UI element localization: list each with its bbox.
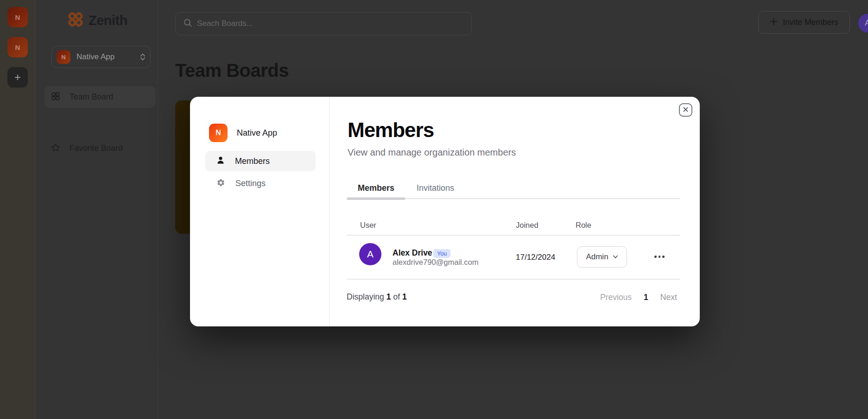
workspace-tile: N <box>209 124 228 142</box>
sidebar-item-favorite-board[interactable]: Favorite Board <box>44 138 156 159</box>
sidebar: Zenith N Native App Team Board Favori <box>35 0 158 419</box>
page-title: Team Boards <box>175 60 289 81</box>
displaying-count: Displaying 1 of 1 <box>347 292 407 302</box>
pagination: Previous 1 Next <box>600 293 677 302</box>
close-button[interactable] <box>679 103 692 117</box>
dot <box>654 256 657 258</box>
role-select[interactable]: Admin <box>577 246 627 268</box>
user-avatar[interactable]: A <box>858 14 868 32</box>
plus-icon <box>770 18 778 28</box>
displaying-of: of <box>393 292 400 302</box>
displaying-total: 1 <box>402 292 407 302</box>
members-modal: N Native App Members Settings <box>190 97 700 326</box>
modal-title: Members <box>348 119 434 142</box>
row-divider <box>347 279 680 280</box>
sidebar-item-team-board[interactable]: Team Board <box>44 86 156 108</box>
next-page-button[interactable]: Next <box>660 293 677 302</box>
member-name: Alex Drive <box>393 248 432 258</box>
modal-workspace: N Native App <box>209 124 277 142</box>
member-email: alexdrive790@gmail.com <box>393 258 479 267</box>
displaying-current: 1 <box>386 292 391 302</box>
member-joined-date: 17/12/2024 <box>516 253 555 262</box>
modal-nav-label: Members <box>235 156 270 166</box>
search-icon <box>183 18 192 29</box>
workspace-rail: N N + <box>0 0 35 419</box>
tab-invitations[interactable]: Invitations <box>405 178 465 199</box>
page-number[interactable]: 1 <box>644 293 648 302</box>
rail-workspace-1[interactable]: N <box>7 7 28 27</box>
invite-members-button[interactable]: Invite Members <box>758 11 850 34</box>
modal-nav-label: Settings <box>235 179 266 188</box>
member-avatar: A <box>359 243 381 265</box>
you-badge: You <box>433 249 450 258</box>
column-header-role: Role <box>576 221 591 230</box>
role-select-value: Admin <box>586 252 608 262</box>
sidebar-item-label: Favorite Board <box>70 144 123 153</box>
modal-sidebar: N Native App Members Settings <box>190 97 329 326</box>
column-header-user: User <box>360 221 376 230</box>
chevron-down-icon <box>613 252 618 262</box>
zenith-logo-icon <box>67 11 84 30</box>
invite-members-label: Invite Members <box>783 18 838 27</box>
modal-nav-settings[interactable]: Settings <box>205 173 316 194</box>
tab-label: Members <box>358 183 394 193</box>
close-icon <box>683 106 689 114</box>
add-workspace-button[interactable]: + <box>7 67 28 88</box>
person-icon <box>216 156 225 166</box>
sidebar-item-label: Team Board <box>70 92 113 102</box>
displaying-label: Displaying <box>347 292 384 302</box>
tab-label: Invitations <box>417 183 454 193</box>
tab-divider <box>347 198 680 199</box>
column-header-joined: Joined <box>516 221 539 230</box>
tab-bar: Members Invitations <box>347 178 465 199</box>
tab-members[interactable]: Members <box>347 178 405 199</box>
workspace-selector-label: Native App <box>76 52 114 62</box>
workspace-selector-tile: N <box>57 50 70 64</box>
rail-workspace-2[interactable]: N <box>7 37 28 57</box>
brand-name: Zenith <box>89 13 127 28</box>
modal-nav-members[interactable]: Members <box>205 151 316 171</box>
row-actions-menu-button[interactable] <box>654 256 665 258</box>
brand: Zenith <box>67 11 127 30</box>
search-input[interactable] <box>197 19 464 28</box>
search-bar <box>175 12 472 35</box>
gear-icon <box>216 178 225 189</box>
dot <box>662 256 665 258</box>
chevron-updown-icon <box>140 53 146 61</box>
previous-page-button[interactable]: Previous <box>600 293 632 302</box>
workspace-name: Native App <box>237 128 277 138</box>
workspace-selector[interactable]: N Native App <box>51 46 151 68</box>
grid-icon <box>51 92 60 103</box>
modal-subtitle: View and manage organization members <box>348 147 516 158</box>
dot <box>659 256 661 258</box>
star-icon <box>51 143 60 154</box>
table-header-divider <box>347 235 680 236</box>
